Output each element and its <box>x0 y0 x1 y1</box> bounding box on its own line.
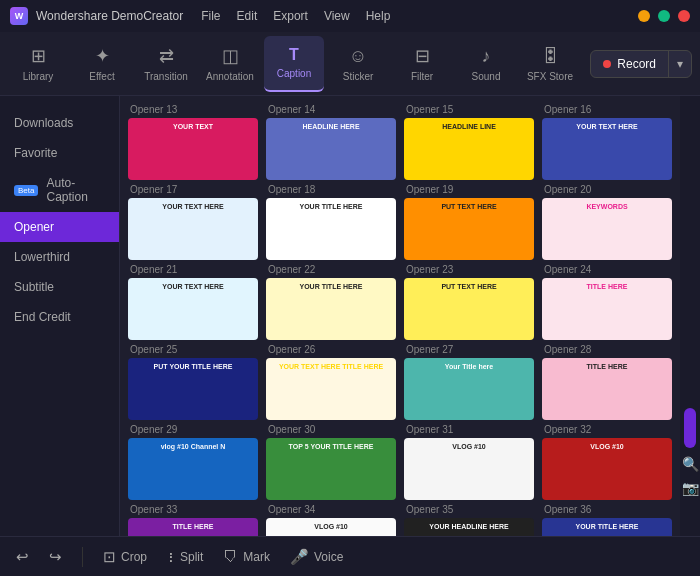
split-button[interactable]: ⫶ Split <box>167 548 203 565</box>
thumbnail-15[interactable]: HEADLINE LINE <box>404 118 534 180</box>
grid-cell: Opener 36YOUR TITLE HERE <box>542 504 672 536</box>
toolbar-annotation[interactable]: ◫ Annotation <box>200 36 260 92</box>
thumbnail-21[interactable]: YOUR TEXT HERE <box>128 278 258 340</box>
undo-icon: ↩ <box>16 548 29 566</box>
record-dropdown-arrow[interactable]: ▾ <box>668 51 691 77</box>
annotation-icon: ◫ <box>222 45 239 67</box>
thumbnail-31[interactable]: VLOG #10 <box>404 438 534 500</box>
thumbnail-34[interactable]: VLOG #10 <box>266 518 396 536</box>
grid-cell: Opener 35YOUR HEADLINE HERE <box>404 504 534 536</box>
thumbnail-25[interactable]: PUT YOUR TITLE HERE <box>128 358 258 420</box>
voice-button[interactable]: 🎤 Voice <box>290 548 343 566</box>
mark-icon: ⛉ <box>223 548 238 565</box>
cell-label: Opener 29 <box>128 424 258 435</box>
titlebar: W Wondershare DemoCreator File Edit Expo… <box>0 0 700 32</box>
toolbar-filter[interactable]: ⊟ Filter <box>392 36 452 92</box>
search-icon[interactable]: 🔍 <box>682 456 699 472</box>
thumbnail-33[interactable]: TITLE HERE <box>128 518 258 536</box>
grid-cell: Opener 16YOUR TEXT HERE <box>542 104 672 180</box>
toolbar-effect[interactable]: ✦ Effect <box>72 36 132 92</box>
thumbnail-18[interactable]: YOUR TITLE HERE <box>266 198 396 260</box>
thumbnail-28[interactable]: TITLE HERE <box>542 358 672 420</box>
thumbnail-19[interactable]: PUT TEXT HERE <box>404 198 534 260</box>
grid-cell: Opener 32VLOG #10 <box>542 424 672 500</box>
toolbar-sound[interactable]: ♪ Sound <box>456 36 516 92</box>
app-logo: W <box>10 7 28 25</box>
toolbar-sfx[interactable]: 🎛 SFX Store <box>520 36 580 92</box>
menu-help[interactable]: Help <box>366 9 391 23</box>
sidebar-item-lowerthird[interactable]: Lowerthird <box>0 242 119 272</box>
sidebar-item-end-credit[interactable]: End Credit <box>0 302 119 332</box>
thumbnail-20[interactable]: KEYWORDS <box>542 198 672 260</box>
camera-icon[interactable]: 📷 <box>682 480 699 496</box>
toolbar-transition[interactable]: ⇄ Transition <box>136 36 196 92</box>
menu-export[interactable]: Export <box>273 9 308 23</box>
grid-cell: Opener 22YOUR TITLE HERE <box>266 264 396 340</box>
record-button[interactable]: Record ▾ <box>590 50 692 78</box>
toolbar-library[interactable]: ⊞ Library <box>8 36 68 92</box>
cell-label: Opener 21 <box>128 264 258 275</box>
minimize-button[interactable] <box>638 10 650 22</box>
thumbnail-text: YOUR TITLE HERE <box>542 518 672 535</box>
scroll-thumb[interactable] <box>684 408 696 448</box>
right-panel: 🔍 📷 <box>680 96 700 536</box>
grid-cell: Opener 15HEADLINE LINE <box>404 104 534 180</box>
thumbnail-text: YOUR HEADLINE HERE <box>404 518 534 535</box>
thumbnail-24[interactable]: TITLE HERE <box>542 278 672 340</box>
mark-button[interactable]: ⛉ Mark <box>223 548 270 565</box>
grid-cell: Opener 21YOUR TEXT HERE <box>128 264 258 340</box>
thumbnail-text: PUT TEXT HERE <box>404 198 534 215</box>
toolbar-caption[interactable]: T Caption <box>264 36 324 92</box>
menu-file[interactable]: File <box>201 9 220 23</box>
record-btn-main[interactable]: Record <box>591 51 668 77</box>
sidebar-item-opener[interactable]: Opener <box>0 212 119 242</box>
thumbnail-23[interactable]: PUT TEXT HERE <box>404 278 534 340</box>
sidebar-item-subtitle[interactable]: Subtitle <box>0 272 119 302</box>
redo-button[interactable]: ↪ <box>49 548 62 566</box>
thumbnail-text: YOUR TEXT HERE <box>128 278 258 295</box>
thumbnail-27[interactable]: Your Title here <box>404 358 534 420</box>
thumbnail-text: VLOG #10 <box>404 438 534 455</box>
grid-cell: Opener 24TITLE HERE <box>542 264 672 340</box>
menu-view[interactable]: View <box>324 9 350 23</box>
grid-cell: Opener 13YOUR TEXT <box>128 104 258 180</box>
thumbnail-35[interactable]: YOUR HEADLINE HERE <box>404 518 534 536</box>
grid-cell: Opener 34VLOG #10 <box>266 504 396 536</box>
grid-row: Opener 33TITLE HEREOpener 34VLOG #10Open… <box>128 504 672 536</box>
toolbar-sticker[interactable]: ☺ Sticker <box>328 36 388 92</box>
sidebar-item-favorite[interactable]: Favorite <box>0 138 119 168</box>
transition-icon: ⇄ <box>159 45 174 67</box>
library-icon: ⊞ <box>31 45 46 67</box>
sidebar-item-downloads[interactable]: Downloads <box>0 108 119 138</box>
cell-label: Opener 22 <box>266 264 396 275</box>
undo-button[interactable]: ↩ <box>16 548 29 566</box>
thumbnail-22[interactable]: YOUR TITLE HERE <box>266 278 396 340</box>
thumbnail-32[interactable]: VLOG #10 <box>542 438 672 500</box>
grid-cell: Opener 26YOUR TEXT HERE TITLE HERE <box>266 344 396 420</box>
thumbnail-text: PUT TEXT HERE <box>404 278 534 295</box>
thumbnail-30[interactable]: TOP 5 YOUR TITLE HERE <box>266 438 396 500</box>
close-button[interactable] <box>678 10 690 22</box>
effect-icon: ✦ <box>95 45 110 67</box>
maximize-button[interactable] <box>658 10 670 22</box>
thumbnail-13[interactable]: YOUR TEXT <box>128 118 258 180</box>
cell-label: Opener 27 <box>404 344 534 355</box>
record-dot-icon <box>603 60 611 68</box>
sidebar-item-auto-caption[interactable]: Beta Auto-Caption <box>0 168 119 212</box>
thumbnail-26[interactable]: YOUR TEXT HERE TITLE HERE <box>266 358 396 420</box>
grid-row: Opener 17YOUR TEXT HEREOpener 18YOUR TIT… <box>128 184 672 260</box>
cell-label: Opener 28 <box>542 344 672 355</box>
main-content: Downloads Favorite Beta Auto-Caption Ope… <box>0 96 700 536</box>
crop-button[interactable]: ⊡ Crop <box>103 548 147 566</box>
caption-icon: T <box>289 46 299 64</box>
sfx-icon: 🎛 <box>541 46 559 67</box>
thumbnail-16[interactable]: YOUR TEXT HERE <box>542 118 672 180</box>
toolbar: ⊞ Library ✦ Effect ⇄ Transition ◫ Annota… <box>0 32 700 96</box>
menu-edit[interactable]: Edit <box>237 9 258 23</box>
thumbnail-17[interactable]: YOUR TEXT HERE <box>128 198 258 260</box>
filter-icon: ⊟ <box>415 45 430 67</box>
thumbnail-14[interactable]: HEADLINE HERE <box>266 118 396 180</box>
record-label: Record <box>617 57 656 71</box>
thumbnail-29[interactable]: vlog #10 Channel N <box>128 438 258 500</box>
thumbnail-36[interactable]: YOUR TITLE HERE <box>542 518 672 536</box>
